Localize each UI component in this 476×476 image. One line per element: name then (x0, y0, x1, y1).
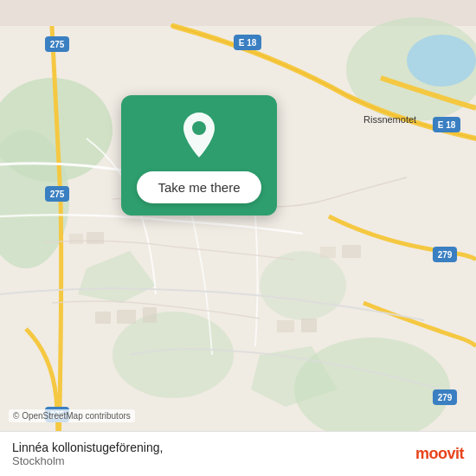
copyright-text: © OpenStreetMap contributors (9, 409, 135, 422)
svg-text:Rissnemotet: Rissnemotet (363, 114, 416, 125)
svg-rect-17 (320, 247, 336, 258)
svg-point-34 (192, 121, 206, 135)
svg-rect-12 (143, 307, 157, 323)
svg-rect-15 (69, 234, 83, 244)
svg-rect-11 (117, 310, 136, 324)
overlay-card: Take me there (121, 95, 277, 215)
place-name: Linnéa kollonistugeförening, (12, 441, 163, 454)
svg-text:279: 279 (438, 250, 453, 260)
svg-point-9 (407, 35, 476, 87)
svg-text:E 18: E 18 (239, 38, 257, 48)
svg-rect-16 (87, 232, 104, 244)
map-background: 275 275 275 E 18 E 18 279 279 Rissnemote… (0, 0, 476, 476)
bottom-bar: Linnéa kollonistugeförening, Stockholm m… (0, 431, 476, 476)
svg-text:275: 275 (50, 40, 65, 49)
moovit-brand-text: moovit (415, 445, 464, 463)
take-me-there-button[interactable]: Take me there (137, 171, 261, 203)
map-container: 275 275 275 E 18 E 18 279 279 Rissnemote… (0, 0, 476, 476)
svg-point-6 (260, 251, 346, 320)
svg-rect-10 (95, 312, 111, 324)
location-pin-icon (178, 111, 220, 159)
place-city: Stockholm (12, 454, 163, 467)
svg-rect-18 (342, 245, 361, 258)
svg-rect-14 (301, 318, 317, 332)
place-info: Linnéa kollonistugeförening, Stockholm (12, 441, 163, 467)
svg-text:279: 279 (438, 393, 453, 402)
svg-rect-13 (277, 320, 294, 332)
moovit-logo: moovit (415, 445, 464, 463)
svg-text:E 18: E 18 (438, 120, 456, 130)
svg-text:275: 275 (50, 190, 65, 199)
